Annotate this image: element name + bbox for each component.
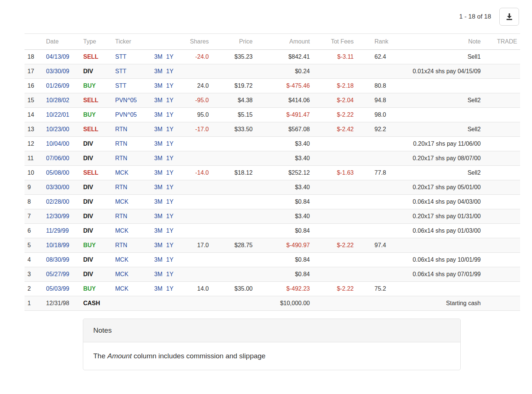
- cell-fees: $-2.18: [313, 79, 357, 93]
- timeframe-link-3m[interactable]: 3M: [154, 242, 162, 248]
- cell-ticker: RTN: [112, 180, 151, 195]
- timeframe-link-1y[interactable]: 1Y: [166, 271, 173, 277]
- cell-shares: 95.0: [182, 108, 212, 122]
- cell-ticker: PVN^05: [112, 108, 151, 122]
- cell-trade: [484, 282, 520, 296]
- cell-note: [390, 108, 484, 122]
- timeframe-link-1y[interactable]: 1Y: [166, 54, 173, 60]
- cell-note: [390, 282, 484, 296]
- timeframe-link-1y[interactable]: 1Y: [166, 184, 173, 190]
- timeframe-link-3m[interactable]: 3M: [154, 112, 162, 118]
- timeframe-link-3m[interactable]: 3M: [154, 97, 162, 103]
- timeframe-link-3m[interactable]: 3M: [154, 213, 162, 219]
- timeframe-link-3m[interactable]: 3M: [154, 198, 162, 205]
- cell-price: [212, 224, 256, 238]
- ticker-link[interactable]: RTN: [115, 184, 127, 190]
- ticker-link[interactable]: MCK: [115, 169, 129, 176]
- download-button[interactable]: [499, 8, 519, 26]
- timeframe-link-1y[interactable]: 1Y: [166, 155, 173, 161]
- trade-date-link[interactable]: 10/22/01: [46, 112, 69, 118]
- ticker-link[interactable]: MCK: [115, 227, 129, 234]
- timeframe-link-1y[interactable]: 1Y: [166, 83, 173, 89]
- trade-date-link[interactable]: 05/08/00: [46, 169, 69, 176]
- cell-ticker: STT: [112, 64, 151, 79]
- cell-price: $18.12: [212, 166, 256, 180]
- ticker-link[interactable]: MCK: [115, 285, 129, 292]
- timeframe-link-3m[interactable]: 3M: [154, 83, 162, 89]
- ticker-link[interactable]: MCK: [115, 256, 129, 263]
- ticker-link[interactable]: RTN: [115, 141, 127, 147]
- trade-date-link[interactable]: 02/28/00: [46, 198, 69, 205]
- trade-date-link[interactable]: 01/26/09: [46, 83, 69, 89]
- cell-rank: [357, 180, 390, 195]
- timeframe-link-1y[interactable]: 1Y: [166, 169, 173, 176]
- timeframe-link-1y[interactable]: 1Y: [166, 126, 173, 132]
- timeframe-link-3m[interactable]: 3M: [154, 155, 162, 161]
- timeframe-link-3m[interactable]: 3M: [154, 256, 162, 263]
- cell-type: DIV: [80, 180, 112, 195]
- timeframe-link-1y[interactable]: 1Y: [166, 112, 173, 118]
- ticker-link[interactable]: RTN: [115, 242, 127, 248]
- timeframe-link-3m[interactable]: 3M: [154, 285, 162, 292]
- trade-table-body: 1804/13/09SELLSTT3M1Y-24.0$35.23$842.41$…: [25, 50, 520, 311]
- trade-date-link[interactable]: 08/30/99: [46, 256, 69, 263]
- cell-ticker: MCK: [112, 166, 151, 180]
- trade-date-link[interactable]: 11/29/99: [46, 227, 69, 234]
- trade-date-link[interactable]: 07/06/00: [46, 155, 69, 161]
- cell-date: 03/30/09: [43, 64, 80, 79]
- cell-trade: [484, 137, 520, 151]
- ticker-link[interactable]: PVN^05: [115, 112, 137, 118]
- timeframe-link-3m[interactable]: 3M: [154, 141, 162, 147]
- timeframe-link-3m[interactable]: 3M: [154, 184, 162, 190]
- trade-date-link[interactable]: 12/30/99: [46, 213, 69, 219]
- ticker-link[interactable]: RTN: [115, 213, 127, 219]
- cell-amount: $3.40: [256, 137, 313, 151]
- cell-date: 03/30/00: [43, 180, 80, 195]
- timeframe-link-3m[interactable]: 3M: [154, 68, 162, 74]
- cell-note: 0.06x14 shs pay 10/01/99: [390, 253, 484, 267]
- ticker-link[interactable]: STT: [115, 68, 126, 74]
- trade-date-link[interactable]: 04/13/09: [46, 54, 69, 60]
- timeframe-link-3m[interactable]: 3M: [154, 126, 162, 132]
- ticker-link[interactable]: RTN: [115, 155, 127, 161]
- ticker-link[interactable]: STT: [115, 83, 126, 89]
- trade-date-link[interactable]: 03/30/09: [46, 68, 69, 74]
- trade-date-link[interactable]: 05/27/99: [46, 271, 69, 277]
- trade-date-link[interactable]: 05/03/99: [46, 285, 69, 292]
- trade-date-link[interactable]: 10/28/02: [46, 97, 69, 103]
- timeframe-link-1y[interactable]: 1Y: [166, 227, 173, 234]
- timeframe-link-3m[interactable]: 3M: [154, 227, 162, 234]
- timeframe-link-1y[interactable]: 1Y: [166, 285, 173, 292]
- column-header-price: Price: [212, 34, 256, 50]
- timeframe-link-1y[interactable]: 1Y: [166, 68, 173, 74]
- ticker-link[interactable]: RTN: [115, 126, 127, 132]
- table-row: 1210/04/00DIVRTN3M1Y$3.400.20x17 shs pay…: [25, 137, 520, 151]
- table-row: 611/29/99DIVMCK3M1Y$0.840.06x14 shs pay …: [25, 224, 520, 238]
- timeframe-link-1y[interactable]: 1Y: [166, 97, 173, 103]
- trade-date-link[interactable]: 10/04/00: [46, 141, 69, 147]
- timeframe-link-1y[interactable]: 1Y: [166, 198, 173, 205]
- ticker-link[interactable]: STT: [115, 54, 126, 60]
- cell-num: 7: [25, 209, 43, 224]
- timeframe-link-1y[interactable]: 1Y: [166, 242, 173, 248]
- ticker-link[interactable]: PVN^05: [115, 97, 137, 103]
- timeframe-link-3m[interactable]: 3M: [154, 54, 162, 60]
- pagination-range: 1 - 18 of 18: [459, 13, 491, 20]
- ticker-link[interactable]: MCK: [115, 198, 129, 205]
- timeframe-link-3m[interactable]: 3M: [154, 271, 162, 277]
- timeframe-link-1y[interactable]: 1Y: [166, 213, 173, 219]
- cell-rank: [357, 253, 390, 267]
- trade-date-link[interactable]: 03/30/00: [46, 184, 69, 190]
- timeframe-link-1y[interactable]: 1Y: [166, 141, 173, 147]
- cell-note: [390, 238, 484, 253]
- timeframe-link-3m[interactable]: 3M: [154, 169, 162, 176]
- cell-shares: [182, 267, 212, 282]
- trade-date-link[interactable]: 10/18/99: [46, 242, 69, 248]
- trade-date-link[interactable]: 10/23/00: [46, 126, 69, 132]
- cell-amount: $0.84: [256, 253, 313, 267]
- ticker-link[interactable]: MCK: [115, 271, 129, 277]
- cell-shares: -17.0: [182, 122, 212, 137]
- cell-amount: $567.08: [256, 122, 313, 137]
- timeframe-link-1y[interactable]: 1Y: [166, 256, 173, 263]
- column-header-rank: Rank: [357, 34, 390, 50]
